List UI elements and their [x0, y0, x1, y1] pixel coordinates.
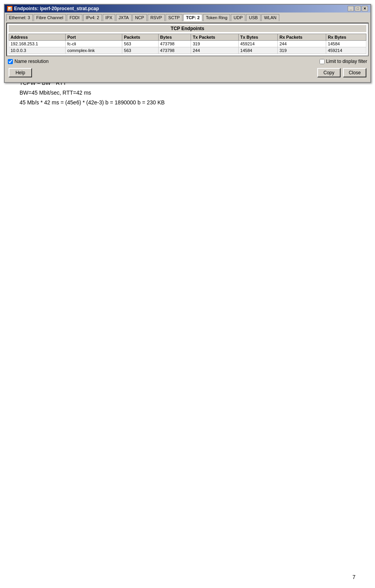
tab-rsvp[interactable]: RSVP — [148, 14, 165, 21]
row1-address: 192.168.253.1 — [9, 41, 66, 47]
math-line-2: BW=45 Mbit/sec, RTT=42 ms — [20, 88, 355, 98]
row1-port: fc-cli — [66, 41, 122, 47]
tab-ncp[interactable]: NCP — [132, 14, 147, 21]
row1-rx-bytes: 14584 — [326, 41, 366, 47]
tab-sctp[interactable]: SCTP — [166, 14, 182, 21]
col-rx-packets: Rx Packets — [278, 34, 326, 41]
tab-ipv4[interactable]: IPv4: 2 — [83, 14, 102, 21]
tab-token-ring[interactable]: Token Ring — [203, 14, 230, 21]
endpoints-window: 📊 Endpoints: iperf-20procent_strat.pcap … — [4, 4, 371, 83]
tab-tcp[interactable]: TCP: 2 — [183, 14, 202, 21]
table-row: 192.168.253.1 fc-cli 563 473798 319 4592… — [9, 41, 366, 47]
row1-packets: 563 — [122, 41, 159, 47]
row2-port: commplex-link — [66, 47, 122, 54]
table-row: 10.0.0.3 commplex-link 563 473798 244 14… — [9, 47, 366, 54]
tab-usb[interactable]: USB — [246, 14, 261, 21]
row1-rx-packets: 244 — [278, 41, 326, 47]
name-resolution-label: Name resolution — [8, 59, 48, 64]
title-bar-left: 📊 Endpoints: iperf-20procent_strat.pcap — [7, 6, 99, 11]
col-tx-bytes: Tx Bytes — [239, 34, 278, 41]
tab-udp[interactable]: UDP — [231, 14, 245, 21]
row2-rx-bytes: 459214 — [326, 47, 366, 54]
minimize-button[interactable]: _ — [348, 6, 354, 11]
col-rx-bytes: Rx Bytes — [326, 34, 366, 41]
col-tx-packets: Tx Packets — [191, 34, 239, 41]
close-button[interactable]: Close — [343, 68, 366, 77]
name-resolution-text: Name resolution — [14, 59, 48, 64]
col-port: Port — [66, 34, 122, 41]
row2-tx-packets: 244 — [191, 47, 239, 54]
col-bytes: Bytes — [158, 34, 191, 41]
controls-row: Name resolution Limit to display filter — [6, 56, 369, 66]
limit-filter-checkbox[interactable] — [320, 59, 325, 64]
tab-ipx[interactable]: IPX — [103, 14, 115, 21]
tab-jxta[interactable]: JXTA — [116, 14, 132, 21]
endpoints-table: Address Port Packets Bytes Tx Packets Tx… — [9, 34, 366, 54]
col-packets: Packets — [122, 34, 159, 41]
tcp-endpoints-panel: TCP Endpoints Address Port Packets Bytes… — [6, 23, 369, 56]
tab-fddi[interactable]: FDDI — [67, 14, 82, 21]
row2-bytes: 473798 — [158, 47, 191, 54]
close-window-button[interactable]: ✕ — [362, 6, 368, 11]
copy-button[interactable]: Copy — [317, 68, 341, 77]
restore-button[interactable]: □ — [355, 6, 361, 11]
tcp-panel-title: TCP Endpoints — [9, 25, 366, 32]
row1-tx-packets: 319 — [191, 41, 239, 47]
row2-address: 10.0.0.3 — [9, 47, 66, 54]
title-bar: 📊 Endpoints: iperf-20procent_strat.pcap … — [5, 5, 370, 13]
row2-packets: 563 — [122, 47, 159, 54]
tab-ethernet[interactable]: Ethernet: 3 — [6, 14, 33, 21]
tab-fibre-channel[interactable]: Fibre Channel — [34, 14, 66, 21]
window-title: Endpoints: iperf-20procent_strat.pcap — [14, 6, 99, 11]
col-address: Address — [9, 34, 66, 41]
tabs-row: Ethernet: 3 Fibre Channel FDDI IPv4: 2 I… — [5, 13, 370, 21]
window-icon: 📊 — [7, 6, 12, 11]
tab-wlan[interactable]: WLAN — [261, 14, 279, 21]
title-bar-buttons: _ □ ✕ — [348, 6, 368, 11]
row1-bytes: 473798 — [158, 41, 191, 47]
help-button[interactable]: Help — [9, 68, 32, 77]
page-number: 7 — [352, 574, 355, 580]
row2-rx-packets: 319 — [278, 47, 326, 54]
row2-tx-bytes: 14584 — [239, 47, 278, 54]
content-area: TCP Endpoints Address Port Packets Bytes… — [5, 21, 370, 82]
math-line-3: 45 Mb/s * 42 ms = (45e6) * (42e-3) b = 1… — [20, 98, 355, 108]
limit-filter-label: Limit to display filter — [320, 59, 367, 64]
limit-filter-text: Limit to display filter — [326, 59, 367, 64]
name-resolution-checkbox[interactable] — [8, 59, 13, 64]
buttons-row: Help Copy Close — [6, 66, 369, 81]
row1-tx-bytes: 459214 — [239, 41, 278, 47]
